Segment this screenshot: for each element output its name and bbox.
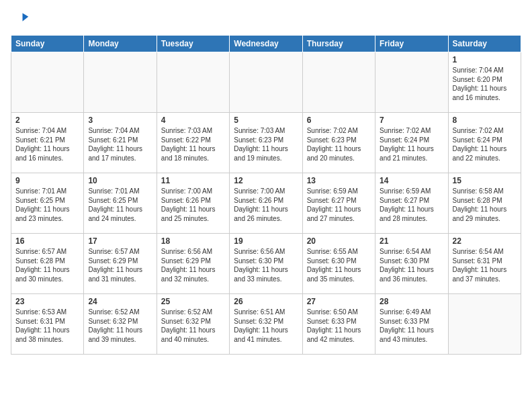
day-info: Sunrise: 6:50 AM Sunset: 6:33 PM Dayligh…: [307, 308, 371, 344]
day-info: Sunrise: 6:52 AM Sunset: 6:32 PM Dayligh…: [161, 308, 225, 344]
day-info: Sunrise: 6:52 AM Sunset: 6:32 PM Dayligh…: [88, 308, 152, 344]
day-info: Sunrise: 6:57 AM Sunset: 6:29 PM Dayligh…: [88, 247, 152, 283]
weekday-header-friday: Friday: [375, 36, 448, 52]
day-number: 10: [88, 176, 152, 185]
day-info: Sunrise: 7:02 AM Sunset: 6:23 PM Dayligh…: [307, 126, 371, 163]
calendar-cell: 27Sunrise: 6:50 AM Sunset: 6:33 PM Dayli…: [302, 294, 375, 355]
week-row-3: 9Sunrise: 7:01 AM Sunset: 6:25 PM Daylig…: [11, 173, 521, 234]
calendar-cell: [230, 52, 302, 113]
day-info: Sunrise: 7:04 AM Sunset: 6:21 PM Dayligh…: [88, 126, 152, 163]
calendar-cell: 16Sunrise: 6:57 AM Sunset: 6:28 PM Dayli…: [11, 234, 84, 294]
svg-marker-1: [23, 13, 29, 21]
day-info: Sunrise: 7:02 AM Sunset: 6:24 PM Dayligh…: [380, 126, 443, 163]
logo-icon: [11, 11, 30, 30]
calendar-cell: 2Sunrise: 7:04 AM Sunset: 6:21 PM Daylig…: [11, 113, 84, 173]
week-row-2: 2Sunrise: 7:04 AM Sunset: 6:21 PM Daylig…: [11, 113, 521, 173]
calendar-cell: 3Sunrise: 7:04 AM Sunset: 6:21 PM Daylig…: [84, 113, 157, 173]
weekday-header-wednesday: Wednesday: [230, 36, 302, 52]
day-number: 22: [453, 236, 517, 246]
calendar-cell: 13Sunrise: 6:59 AM Sunset: 6:27 PM Dayli…: [302, 173, 375, 234]
day-info: Sunrise: 6:58 AM Sunset: 6:28 PM Dayligh…: [453, 187, 517, 223]
day-number: 18: [161, 236, 225, 246]
calendar-cell: 18Sunrise: 6:56 AM Sunset: 6:29 PM Dayli…: [157, 234, 229, 294]
calendar-cell: 14Sunrise: 6:59 AM Sunset: 6:27 PM Dayli…: [375, 173, 448, 234]
calendar-cell: 24Sunrise: 6:52 AM Sunset: 6:32 PM Dayli…: [84, 294, 157, 355]
calendar-cell: 23Sunrise: 6:53 AM Sunset: 6:31 PM Dayli…: [11, 294, 84, 355]
day-info: Sunrise: 6:55 AM Sunset: 6:30 PM Dayligh…: [307, 247, 371, 283]
calendar-cell: [84, 52, 157, 113]
day-info: Sunrise: 7:03 AM Sunset: 6:23 PM Dayligh…: [234, 126, 298, 163]
calendar-cell: 10Sunrise: 7:01 AM Sunset: 6:25 PM Dayli…: [84, 173, 157, 234]
day-number: 20: [307, 236, 371, 246]
day-number: 23: [15, 297, 79, 306]
calendar-cell: [375, 52, 448, 113]
calendar-cell: 1Sunrise: 7:04 AM Sunset: 6:20 PM Daylig…: [448, 52, 521, 113]
day-number: 1: [453, 55, 517, 64]
day-number: 27: [307, 297, 371, 306]
day-number: 7: [380, 116, 443, 125]
day-info: Sunrise: 6:57 AM Sunset: 6:28 PM Dayligh…: [15, 247, 79, 283]
weekday-header-monday: Monday: [84, 36, 157, 52]
day-number: 14: [380, 176, 443, 185]
day-info: Sunrise: 6:56 AM Sunset: 6:29 PM Dayligh…: [161, 247, 225, 283]
day-info: Sunrise: 6:54 AM Sunset: 6:31 PM Dayligh…: [453, 247, 517, 283]
week-row-1: 1Sunrise: 7:04 AM Sunset: 6:20 PM Daylig…: [11, 52, 521, 113]
calendar-cell: 8Sunrise: 7:02 AM Sunset: 6:24 PM Daylig…: [448, 113, 521, 173]
weekday-header-saturday: Saturday: [448, 36, 521, 52]
weekday-header-sunday: Sunday: [11, 36, 84, 52]
calendar-cell: 6Sunrise: 7:02 AM Sunset: 6:23 PM Daylig…: [302, 113, 375, 173]
day-number: 16: [15, 236, 79, 246]
weekday-header-tuesday: Tuesday: [157, 36, 229, 52]
calendar-cell: [302, 52, 375, 113]
day-number: 25: [161, 297, 225, 306]
day-info: Sunrise: 7:02 AM Sunset: 6:24 PM Dayligh…: [453, 126, 517, 163]
calendar-cell: 22Sunrise: 6:54 AM Sunset: 6:31 PM Dayli…: [448, 234, 521, 294]
day-info: Sunrise: 6:59 AM Sunset: 6:27 PM Dayligh…: [380, 187, 443, 223]
weekday-header-row: SundayMondayTuesdayWednesdayThursdayFrid…: [11, 36, 521, 52]
calendar-cell: 17Sunrise: 6:57 AM Sunset: 6:29 PM Dayli…: [84, 234, 157, 294]
day-number: 26: [234, 297, 298, 306]
day-info: Sunrise: 7:03 AM Sunset: 6:22 PM Dayligh…: [161, 126, 225, 163]
calendar-cell: [448, 294, 521, 355]
calendar-cell: 4Sunrise: 7:03 AM Sunset: 6:22 PM Daylig…: [157, 113, 229, 173]
day-info: Sunrise: 7:04 AM Sunset: 6:20 PM Dayligh…: [453, 66, 517, 102]
day-info: Sunrise: 6:54 AM Sunset: 6:30 PM Dayligh…: [380, 247, 443, 283]
weekday-header-thursday: Thursday: [302, 36, 375, 52]
calendar-cell: 15Sunrise: 6:58 AM Sunset: 6:28 PM Dayli…: [448, 173, 521, 234]
day-info: Sunrise: 7:04 AM Sunset: 6:21 PM Dayligh…: [15, 126, 79, 163]
day-number: 17: [88, 236, 152, 246]
day-number: 28: [380, 297, 443, 306]
week-row-4: 16Sunrise: 6:57 AM Sunset: 6:28 PM Dayli…: [11, 234, 521, 294]
logo: [11, 11, 32, 30]
day-info: Sunrise: 6:59 AM Sunset: 6:27 PM Dayligh…: [307, 187, 371, 223]
week-row-5: 23Sunrise: 6:53 AM Sunset: 6:31 PM Dayli…: [11, 294, 521, 355]
day-number: 24: [88, 297, 152, 306]
day-info: Sunrise: 6:49 AM Sunset: 6:33 PM Dayligh…: [380, 308, 443, 344]
day-number: 5: [234, 116, 298, 125]
calendar-table: SundayMondayTuesdayWednesdayThursdayFrid…: [11, 35, 521, 355]
day-info: Sunrise: 6:53 AM Sunset: 6:31 PM Dayligh…: [15, 308, 79, 344]
page-header: [11, 11, 521, 30]
day-number: 6: [307, 116, 371, 125]
day-info: Sunrise: 6:56 AM Sunset: 6:30 PM Dayligh…: [234, 247, 298, 283]
calendar-cell: 25Sunrise: 6:52 AM Sunset: 6:32 PM Dayli…: [157, 294, 229, 355]
day-info: Sunrise: 7:00 AM Sunset: 6:26 PM Dayligh…: [161, 187, 225, 223]
calendar-cell: 5Sunrise: 7:03 AM Sunset: 6:23 PM Daylig…: [230, 113, 302, 173]
calendar-cell: 11Sunrise: 7:00 AM Sunset: 6:26 PM Dayli…: [157, 173, 229, 234]
calendar-cell: 19Sunrise: 6:56 AM Sunset: 6:30 PM Dayli…: [230, 234, 302, 294]
calendar-cell: [11, 52, 84, 113]
calendar-cell: 28Sunrise: 6:49 AM Sunset: 6:33 PM Dayli…: [375, 294, 448, 355]
svg-rect-0: [11, 11, 30, 30]
day-info: Sunrise: 7:00 AM Sunset: 6:26 PM Dayligh…: [234, 187, 298, 223]
calendar-cell: 26Sunrise: 6:51 AM Sunset: 6:32 PM Dayli…: [230, 294, 302, 355]
day-info: Sunrise: 7:01 AM Sunset: 6:25 PM Dayligh…: [88, 187, 152, 223]
day-number: 2: [15, 116, 79, 125]
calendar-cell: 21Sunrise: 6:54 AM Sunset: 6:30 PM Dayli…: [375, 234, 448, 294]
calendar-cell: [157, 52, 229, 113]
day-number: 13: [307, 176, 371, 185]
calendar-cell: 7Sunrise: 7:02 AM Sunset: 6:24 PM Daylig…: [375, 113, 448, 173]
day-number: 21: [380, 236, 443, 246]
day-number: 15: [453, 176, 517, 185]
day-info: Sunrise: 6:51 AM Sunset: 6:32 PM Dayligh…: [234, 308, 298, 344]
day-number: 9: [15, 176, 79, 185]
